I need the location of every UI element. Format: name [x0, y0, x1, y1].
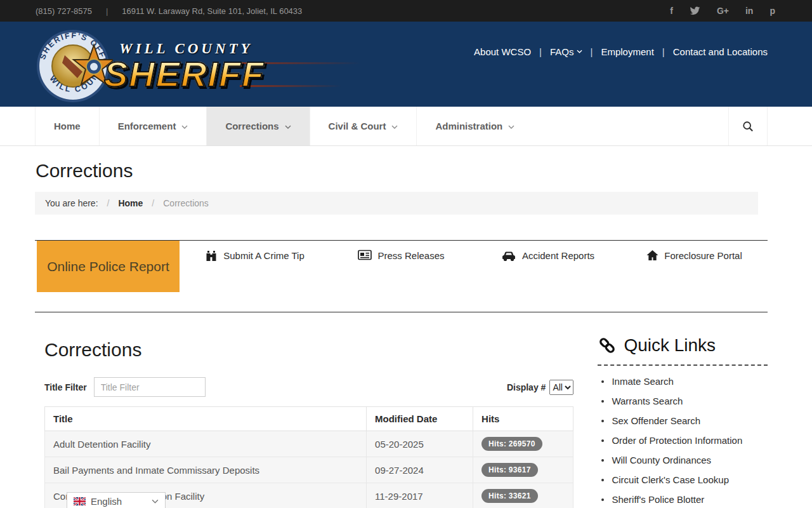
- quick-action-bar: Online Police Report Submit A Crime Tip …: [35, 240, 768, 312]
- google-plus-icon[interactable]: G+: [717, 4, 729, 17]
- nav-faqs[interactable]: FAQs: [550, 46, 582, 57]
- content-heading: Corrections: [44, 339, 573, 361]
- chevron-down-icon: [577, 50, 582, 53]
- topbar-separator: |: [106, 6, 108, 16]
- uk-flag-icon: [74, 497, 86, 505]
- modified-date: 11-29-2017: [367, 483, 473, 508]
- menu-item-civil-and-court[interactable]: Civil & Court: [310, 107, 417, 145]
- col-header-title[interactable]: Title: [45, 407, 367, 431]
- wordmark: WILL COUNTY SHERIFF: [104, 41, 265, 91]
- nav-separator: |: [539, 46, 542, 57]
- menu-item-enforcement[interactable]: Enforcement: [99, 107, 207, 145]
- filter-row: Title Filter Display # All: [44, 377, 573, 397]
- chevron-down-icon: [508, 125, 514, 129]
- breadcrumb-current: Corrections: [163, 198, 209, 208]
- chevron-down-icon: [391, 125, 398, 129]
- quick-link-will-county-ordinances[interactable]: Will County Ordinances: [601, 455, 768, 465]
- header-nav: About WCSO | FAQs | Employment | Contact…: [474, 42, 768, 61]
- breadcrumb-separator: /: [152, 198, 154, 208]
- page-title: Corrections: [36, 160, 812, 182]
- nav-employment[interactable]: Employment: [601, 46, 653, 57]
- col-header-modified-date[interactable]: Modified Date: [367, 407, 473, 431]
- twitter-icon[interactable]: [690, 4, 700, 17]
- breadcrumb: You are here: / Home / Corrections: [35, 192, 758, 215]
- quick-link-circuit-clerk-case-lookup[interactable]: Circuit Clerk's Case Lookup: [601, 474, 768, 485]
- table-row: Adult Detention Facility 05-20-2025 Hits…: [45, 431, 573, 457]
- hits-badge: Hits: 269570: [481, 437, 542, 451]
- language-label: English: [91, 496, 122, 507]
- language-selector[interactable]: English: [67, 492, 166, 508]
- search-button[interactable]: [728, 107, 768, 145]
- main-area: Corrections Title Filter Display # All T…: [35, 330, 768, 508]
- table-row: Bail Payments and Inmate Commissary Depo…: [45, 457, 573, 483]
- nav-contact-and-locations[interactable]: Contact and Locations: [673, 46, 768, 57]
- display-count-label: Display #: [507, 382, 546, 392]
- menu-item-administration[interactable]: Administration: [416, 107, 533, 145]
- newspaper-icon: [358, 250, 372, 261]
- phone-number: (815) 727-8575: [36, 6, 92, 16]
- link-chain-icon: [598, 336, 617, 355]
- breadcrumb-home-link[interactable]: Home: [118, 198, 143, 208]
- sheriff-badge-icon: SHERIFF'S OFFICE WILL COUNTY: [33, 27, 113, 105]
- article-link[interactable]: Adult Detention Facility: [53, 439, 150, 450]
- press-releases-link[interactable]: Press Releases: [358, 241, 444, 312]
- chevron-down-icon: [285, 125, 291, 129]
- breadcrumb-separator: /: [107, 198, 110, 208]
- accident-reports-link[interactable]: Accident Reports: [501, 241, 594, 312]
- wordmark-sheriff: SHERIFF: [104, 57, 265, 91]
- home-icon: [646, 250, 658, 261]
- search-icon: [742, 121, 754, 132]
- sheriff-logo[interactable]: SHERIFF'S OFFICE WILL COUNTY WILL COUNTY…: [33, 25, 265, 107]
- quick-link-sheriffs-police-blotter[interactable]: Sheriff's Police Blotter: [601, 494, 768, 505]
- menu-item-corrections[interactable]: Corrections: [206, 107, 309, 145]
- title-filter-label: Title Filter: [44, 382, 87, 392]
- menu-item-home[interactable]: Home: [35, 107, 99, 145]
- foreclosure-portal-link[interactable]: Foreclosure Portal: [646, 241, 742, 312]
- breadcrumb-prefix: You are here:: [45, 198, 98, 208]
- chevron-down-icon: [152, 499, 159, 504]
- topbar: (815) 727-8575 | 16911 W. Laraway Rd, Su…: [0, 0, 812, 22]
- submit-crime-tip-link[interactable]: Submit A Crime Tip: [205, 241, 304, 312]
- table-header-row: Title Modified Date Hits: [45, 407, 573, 431]
- address-text: 16911 W. Laraway Rd, Suite 101, Joliet, …: [122, 6, 302, 16]
- article-link[interactable]: Bail Payments and Inmate Commissary Depo…: [53, 465, 259, 476]
- title-filter-input[interactable]: [94, 377, 206, 397]
- quick-links-list: Inmate Search Warrants Search Sex Offend…: [598, 376, 768, 505]
- linkedin-icon[interactable]: in: [745, 4, 753, 17]
- online-police-report-button[interactable]: Online Police Report: [37, 241, 180, 292]
- nav-separator: |: [591, 46, 593, 57]
- quick-link-inmate-search[interactable]: Inmate Search: [601, 376, 768, 387]
- modified-date: 05-20-2025: [367, 431, 473, 457]
- display-count-select[interactable]: All: [549, 380, 573, 395]
- car-icon: [501, 250, 516, 262]
- modified-date: 09-27-2024: [367, 457, 473, 483]
- nav-separator: |: [662, 46, 665, 57]
- sidebar-quick-links: Quick Links Inmate Search Warrants Searc…: [598, 330, 768, 508]
- quick-links-heading: Quick Links: [598, 335, 768, 356]
- quick-link-warrants-search[interactable]: Warrants Search: [601, 396, 768, 406]
- site-header: SHERIFF'S OFFICE WILL COUNTY WILL COUNTY…: [0, 22, 812, 107]
- main-menu: Home Enforcement Corrections Civil & Cou…: [0, 107, 812, 146]
- quick-link-order-of-protection[interactable]: Order of Protection Information: [601, 435, 768, 446]
- hits-badge: Hits: 33621: [481, 489, 538, 503]
- quick-link-sex-offender-search[interactable]: Sex Offender Search: [601, 415, 768, 426]
- facebook-icon[interactable]: f: [670, 4, 673, 17]
- nav-about-wcso[interactable]: About WCSO: [474, 46, 531, 57]
- binoculars-icon: [205, 250, 218, 262]
- chevron-down-icon: [181, 125, 188, 129]
- pinterest-icon[interactable]: p: [769, 4, 775, 17]
- col-header-hits[interactable]: Hits: [473, 407, 573, 431]
- content-column: Corrections Title Filter Display # All T…: [35, 330, 583, 508]
- dashed-divider: [598, 364, 768, 366]
- hits-badge: Hits: 93617: [481, 463, 538, 477]
